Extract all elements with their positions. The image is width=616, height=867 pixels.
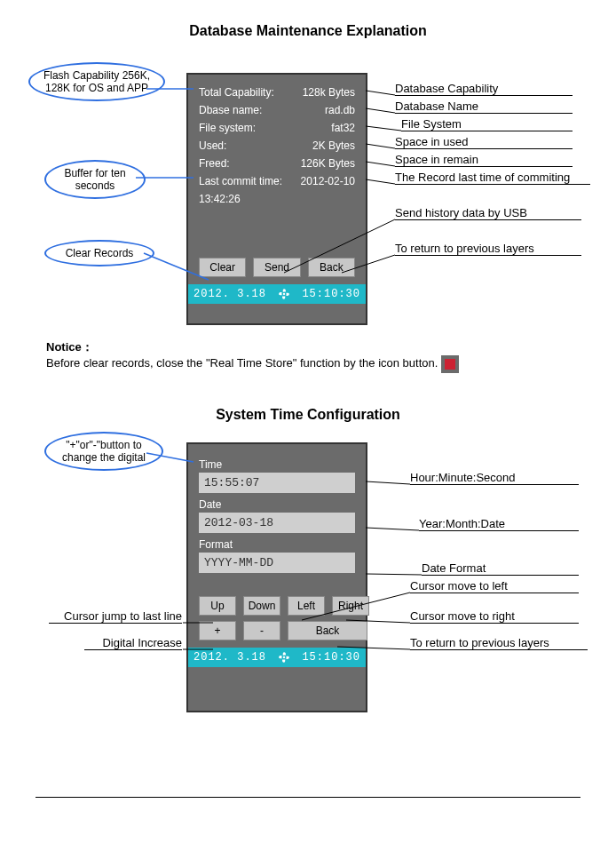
status-date-2: 2012. 3.18	[193, 651, 266, 664]
status-bar: 2012. 3.18 15:10:30	[188, 284, 366, 304]
annot-time: Hour:Minute:Second	[410, 471, 579, 485]
label: Freed:	[199, 155, 230, 172]
notice-block: Notice： Before clear records, close the …	[46, 339, 459, 373]
value: 126K Bytes	[301, 155, 355, 172]
time-label: Time	[199, 458, 355, 471]
back-button-2[interactable]: Back	[288, 621, 367, 640]
date-label: Date	[199, 498, 355, 511]
svg-line-16	[366, 574, 422, 575]
svg-line-6	[366, 126, 401, 131]
device-time-config: Time 15:55:07 Date 2012-03-18 Format YYY…	[186, 442, 367, 712]
value: fat32	[331, 119, 355, 137]
right-button[interactable]: Right	[332, 596, 369, 616]
clear-button[interactable]: Clear	[199, 258, 246, 277]
value: 13:42:26	[199, 190, 241, 208]
section2-title: System Time Configuration	[0, 407, 616, 423]
row-total-capability: Total Capability:128k Bytes	[199, 84, 355, 101]
status-date: 2012. 3.18	[193, 288, 266, 300]
section1-title: Database Maintenance Explanation	[0, 23, 616, 39]
svg-line-7	[366, 144, 395, 148]
status-time-2: 15:10:30	[302, 651, 360, 664]
row-last-commit: Last commit time:2012-02-10	[199, 172, 355, 190]
notice-text: Before clear records, close the "Real Ti…	[46, 355, 459, 373]
row-freed: Freed:126K Bytes	[199, 155, 355, 172]
svg-point-12	[283, 656, 285, 658]
fan-icon	[277, 287, 291, 301]
svg-line-9	[366, 179, 395, 184]
annot-send: Send history data by USB	[395, 206, 581, 220]
annot-fs: File System	[401, 117, 573, 131]
label: Used:	[199, 137, 226, 155]
callout-clear: Clear Records	[44, 240, 154, 266]
notice-label: Notice：	[46, 339, 459, 355]
real-time-store-icon	[441, 355, 459, 373]
label: Last commit time:	[199, 172, 282, 190]
annot-name: Database Name	[395, 99, 573, 114]
status-time: 15:10:30	[302, 288, 360, 300]
value: 128k Bytes	[303, 84, 355, 101]
annot-back: To return to previous layers	[395, 242, 581, 256]
annot-back2: To return to previous layers	[410, 636, 588, 650]
svg-point-0	[283, 293, 285, 295]
svg-line-15	[366, 528, 419, 530]
plus-button[interactable]: +	[199, 621, 236, 640]
annot-cap: Database Capability	[395, 82, 573, 96]
down-button[interactable]: Down	[243, 596, 280, 616]
footer-divider	[36, 797, 580, 798]
label: File system:	[199, 119, 256, 137]
label: Dbase name:	[199, 101, 262, 119]
left-button[interactable]: Left	[288, 596, 325, 616]
time-input[interactable]: 15:55:07	[199, 473, 355, 493]
annot-up: Cursor jump to last line	[49, 609, 182, 624]
svg-line-5	[366, 108, 395, 113]
row-dbase-name: Dbase name:rad.db	[199, 101, 355, 119]
up-button[interactable]: Up	[199, 596, 236, 616]
annot-commit: The Record last time of commiting	[395, 171, 590, 185]
annot-right: Cursor move to right	[410, 609, 579, 624]
row-commit-time-extra: 13:42:26	[199, 190, 355, 208]
send-button[interactable]: Send	[253, 258, 300, 277]
row-file-system: File system:fat32	[199, 119, 355, 137]
annot-used: Space in used	[395, 135, 573, 149]
value: rad.db	[325, 101, 355, 119]
date-input[interactable]: 2012-03-18	[199, 513, 355, 533]
minus-button[interactable]: -	[243, 621, 280, 640]
device-db-maintenance: Total Capability:128k Bytes Dbase name:r…	[186, 73, 367, 325]
callout-buffer: Buffer for ten seconds	[44, 160, 146, 199]
callout-flash: Flash Capability 256K, 128K for OS and A…	[28, 62, 165, 101]
fan-icon-2	[277, 650, 291, 664]
row-used: Used:2K Bytes	[199, 137, 355, 155]
annot-date: Year:Month:Date	[419, 517, 579, 531]
svg-line-4	[366, 91, 395, 95]
value: 2012-02-10	[301, 172, 355, 190]
callout-plusminus: "+"or"-"button to change the digital	[44, 432, 163, 471]
label: Total Capability:	[199, 84, 274, 101]
value: 2K Bytes	[312, 137, 355, 155]
annot-plus: Digital Increase	[84, 636, 182, 650]
format-label: Format	[199, 538, 355, 551]
status-bar-2: 2012. 3.18 15:10:30	[188, 648, 366, 667]
format-input[interactable]: YYYY-MM-DD	[199, 553, 355, 573]
svg-line-14	[366, 481, 410, 484]
annot-freed: Space in remain	[395, 153, 573, 167]
annot-left: Cursor move to left	[410, 579, 579, 593]
svg-line-8	[366, 162, 395, 166]
annot-format: Date Format	[422, 561, 579, 576]
back-button[interactable]: Back	[308, 258, 355, 277]
